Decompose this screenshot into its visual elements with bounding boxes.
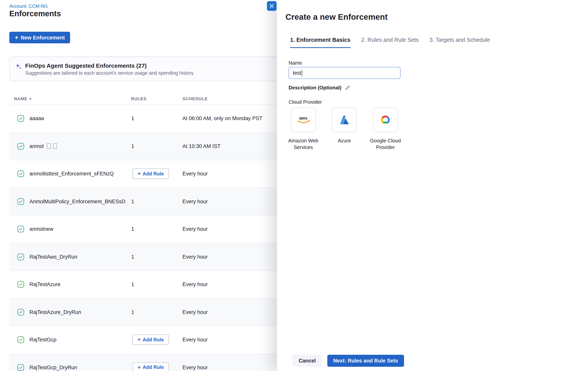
cancel-button[interactable]: Cancel — [293, 355, 322, 367]
rules-count: 1 — [131, 199, 134, 204]
rules-count: 1 — [131, 116, 134, 121]
page-title: Enforcements — [9, 9, 61, 18]
svg-text:aws: aws — [299, 116, 308, 120]
enforcement-name: anmolnew — [30, 226, 53, 232]
tab-enforcement-basics[interactable]: 1. Enforcement Basics — [290, 37, 350, 48]
row-status-icon — [17, 364, 24, 371]
schedule-cell: Every hour — [182, 254, 208, 260]
column-header-name[interactable]: NAME — [14, 93, 32, 105]
plus-icon — [137, 365, 141, 371]
aws-logo-icon: aws — [295, 115, 311, 125]
row-status-icon — [17, 309, 24, 316]
tab-targets-and-schedule[interactable]: 3. Targets and Schedule — [430, 37, 490, 48]
provider-card-aws[interactable]: aws — [291, 108, 316, 132]
cloud-provider-cards: aws — [291, 108, 398, 132]
schedule-cell: Every hour — [182, 309, 208, 315]
schedule-cell: Every hour — [182, 282, 208, 287]
schedule-cell: At 10:30 AM IST — [182, 143, 220, 149]
missing-glyph-box — [47, 143, 51, 149]
plus-icon — [137, 171, 141, 177]
provider-label-azure: Azure — [325, 138, 364, 144]
row-status-icon — [17, 336, 24, 343]
row-status-icon — [17, 170, 24, 178]
enforcement-name: anmol — [30, 143, 44, 149]
enforcement-name: RajTestAzure — [30, 282, 61, 287]
rules-count: 1 — [131, 282, 134, 287]
drawer-tabs: 1. Enforcement Basics 2. Rules and Rule … — [290, 37, 490, 48]
tab-rules-and-rule-sets[interactable]: 2. Rules and Rule Sets — [361, 37, 419, 48]
row-status-icon — [17, 253, 24, 261]
banner-text: FinOps Agent Suggested Enforcements (27)… — [25, 62, 194, 76]
add-rule-label: Add Rule — [143, 365, 164, 370]
gcp-logo-icon — [379, 114, 392, 125]
enforcement-name: anmollisttest_Enforcement_sFENzQ — [30, 171, 114, 177]
schedule-cell: At 06:00 AM, only on Monday PST — [182, 116, 262, 121]
schedule-cell: Every hour — [182, 199, 208, 204]
banner-title: FinOps Agent Suggested Enforcements (27) — [25, 62, 194, 69]
provider-label-gcp: Google Cloud Provider — [366, 138, 405, 150]
drawer-title: Create a new Enforcement — [285, 12, 388, 22]
create-enforcement-drawer: Create a new Enforcement 1. Enforcement … — [277, 0, 588, 371]
column-header-name-label: NAME — [14, 96, 28, 101]
name-input[interactable]: test — [289, 67, 400, 79]
enforcement-name: RajTestGcp — [30, 337, 57, 343]
rules-count: 1 — [131, 226, 134, 232]
plus-icon — [15, 34, 18, 41]
row-status-icon — [17, 115, 24, 122]
caret-down-icon — [28, 96, 32, 101]
provider-label-aws: Amazon Web Services — [284, 138, 323, 150]
schedule-cell: Every hour — [182, 365, 208, 371]
provider-card-azure[interactable] — [332, 108, 357, 132]
enforcement-name: RajTestAzure_DryRun — [30, 309, 81, 315]
enforcement-name: AnmolMultiPolicy_Enforcement_BNESsD — [30, 199, 125, 204]
close-icon — [270, 4, 274, 8]
row-status-icon — [17, 142, 24, 150]
rules-count: 1 — [131, 254, 134, 260]
drawer-footer: Cancel Next: Rules and Rule Sets — [293, 355, 404, 367]
pencil-icon — [345, 85, 350, 90]
placeholder-glyphs — [47, 143, 57, 149]
breadcrumb-account-link[interactable]: Account: CCM-NG — [9, 3, 48, 9]
app: Account: CCM-NG Enforcements New Enforce… — [0, 0, 588, 371]
plus-icon — [137, 337, 141, 343]
column-header-schedule: SCHEDULE — [182, 93, 208, 104]
text-caret — [302, 70, 302, 76]
add-rule-label: Add Rule — [143, 337, 164, 342]
sparkle-icon — [15, 63, 22, 70]
drawer-close-button[interactable] — [267, 1, 277, 11]
add-rule-label: Add Rule — [143, 171, 164, 177]
banner-subtitle: Suggestions are tailored to each account… — [25, 70, 194, 76]
azure-logo-icon — [338, 114, 351, 126]
enforcement-name: RajTestGcp_DryRun — [30, 365, 77, 371]
enforcement-name: aaaaa — [30, 116, 44, 121]
new-enforcement-label: New Enforcement — [21, 35, 65, 40]
gcp-card[interactable] — [373, 108, 398, 132]
cloud-provider-label: Cloud Provider — [289, 99, 322, 105]
add-rule-button[interactable]: Add Rule — [133, 362, 169, 371]
add-rule-button[interactable]: Add Rule — [133, 335, 169, 345]
schedule-cell: Every hour — [182, 337, 208, 343]
description-label: Description (Optional) — [289, 85, 341, 90]
name-input-value: test — [293, 70, 301, 76]
name-label: Name — [289, 60, 302, 66]
schedule-cell: Every hour — [182, 171, 208, 177]
column-header-rules: RULES — [131, 93, 147, 104]
description-row: Description (Optional) — [289, 85, 350, 90]
enforcement-name: RajTestAws_DryRun — [30, 254, 77, 260]
edit-description-button[interactable] — [345, 85, 350, 90]
missing-glyph-box — [53, 143, 57, 149]
row-status-icon — [17, 198, 24, 205]
new-enforcement-button[interactable]: New Enforcement — [9, 32, 70, 43]
next-button[interactable]: Next: Rules and Rule Sets — [327, 355, 404, 367]
rules-count: 1 — [131, 309, 134, 315]
row-status-icon — [17, 281, 24, 288]
row-status-icon — [17, 226, 24, 233]
add-rule-button[interactable]: Add Rule — [133, 169, 169, 179]
rules-count: 1 — [131, 143, 134, 149]
schedule-cell: Every hour — [182, 226, 208, 232]
